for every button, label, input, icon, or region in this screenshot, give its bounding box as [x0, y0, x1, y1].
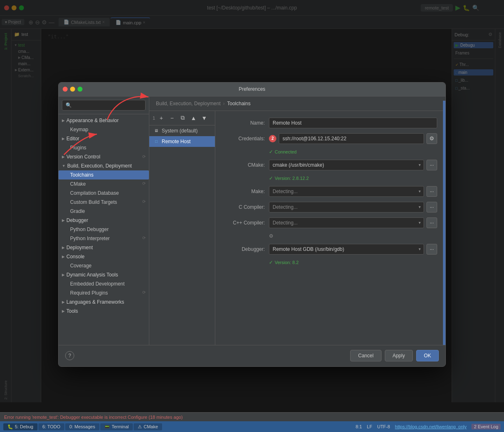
debugger-version-status: ✓ Version: 8.2 — [224, 260, 437, 265]
tree-python-debugger[interactable]: Python Debugger — [59, 225, 149, 234]
status-position: 8:1 — [356, 424, 362, 429]
tree-appearance[interactable]: ▶ Appearance & Behavior — [59, 116, 149, 125]
debugger-select[interactable]: Remote Host GDB (/usr/bin/gdb) — [269, 244, 424, 255]
deployment-arrow: ▶ — [62, 246, 65, 250]
cmake-version-icon: ✓ — [269, 175, 273, 181]
prefs-sidebar: ▶ Appearance & Behavior Keymap ▶ Editor … — [59, 97, 149, 345]
credentials-settings-btn[interactable]: ⚙ — [426, 133, 437, 144]
cpp-compiler-browse-btn[interactable]: ··· — [426, 217, 437, 228]
cpp-compiler-input-wrap: Detecting... ▾ ··· — [269, 217, 437, 228]
tree-version-control[interactable]: ▶ Version Control ⟳ — [59, 152, 149, 161]
debugger-browse-btn[interactable]: ··· — [426, 244, 437, 255]
editor-arrow: ▶ — [62, 137, 65, 141]
cpp-compiler-select[interactable]: Detecting... — [269, 217, 424, 228]
tree-toolchains[interactable]: Toolchains — [59, 170, 149, 179]
footer-buttons: Cancel Apply OK — [350, 350, 439, 361]
c-compiler-select[interactable]: Detecting... — [269, 202, 424, 212]
credentials-badge: 2 — [269, 135, 276, 142]
status-bar-right: 8:1 LF UTF-8 https://blog.csdn.net/liwen… — [356, 424, 501, 430]
remote-icon: □ — [153, 139, 159, 144]
custom-build-resync: ⟳ — [142, 199, 146, 204]
form-row-c-compiler: C Compiler: Detecting... ▾ ··· — [224, 202, 437, 212]
make-browse-btn[interactable]: ··· — [426, 186, 437, 197]
python-interp-resync: ⟳ — [142, 236, 146, 240]
cpp-compiler-label: C++ Compiler: — [224, 220, 265, 226]
tc-up-button[interactable]: ▲ — [189, 113, 198, 123]
tc-copy-button[interactable]: ⧉ — [178, 113, 187, 123]
c-compiler-input-wrap: Detecting... ▾ ··· — [269, 202, 437, 212]
debugger-version-icon: ✓ — [269, 260, 273, 265]
make-input-wrap: Detecting... ▾ ··· — [269, 186, 437, 197]
form-row-name: Name: — [224, 118, 437, 128]
toolchain-column: 1 + − ⧉ ▲ ▼ 🖥 System — [149, 111, 215, 345]
help-button[interactable]: ? — [65, 351, 74, 360]
tree-required-plugins[interactable]: Required Plugins ⟳ — [59, 288, 149, 297]
tree-coverage[interactable]: Coverage — [59, 261, 149, 270]
toolchain-toolbar: 1 + − ⧉ ▲ ▼ — [149, 111, 215, 125]
cmake-select[interactable]: cmake (/usr/bin/cmake) — [269, 160, 424, 170]
form-row-make: Make: Detecting... ▾ ··· — [224, 186, 437, 197]
breadcrumb-current: Toolchains — [227, 101, 251, 106]
tree-plugins[interactable]: Plugins — [59, 143, 149, 152]
c-compiler-browse-btn[interactable]: ··· — [426, 202, 437, 212]
tree-compilation-db[interactable]: Compilation Database — [59, 189, 149, 198]
credentials-input[interactable] — [279, 133, 424, 144]
debug-tab-icon: 🐛 — [7, 424, 13, 430]
prefs-content: Build, Execution, Deployment › Toolchain… — [149, 97, 445, 345]
tree-deployment[interactable]: ▶ Deployment — [59, 243, 149, 252]
make-select[interactable]: Detecting... — [269, 186, 424, 197]
tc-item-system[interactable]: 🖥 System (default) — [149, 125, 215, 136]
status-tab-cmake[interactable]: ⚠ CMake — [134, 423, 162, 430]
tree-console[interactable]: ▶ Console — [59, 252, 149, 261]
tree-cmake[interactable]: CMake ⟳ — [59, 179, 149, 189]
cmake-browse-btn[interactable]: ··· — [426, 160, 437, 170]
status-tab-debug[interactable]: 🐛 5: Debug — [3, 423, 38, 430]
cpp-compiler-select-wrap: Detecting... ▾ — [269, 217, 424, 228]
tree-python-interpreter[interactable]: Python Interpreter ⟳ — [59, 234, 149, 243]
status-tab-terminal[interactable]: 📟 Terminal — [100, 423, 133, 430]
tree-dynamic-analysis[interactable]: ▶ Dynamic Analysis Tools — [59, 270, 149, 279]
tc-down-button[interactable]: ▼ — [200, 113, 209, 123]
tree-gradle[interactable]: Gradle — [59, 207, 149, 216]
dialog-close[interactable] — [63, 87, 68, 92]
error-bar: Error running 'remote_test': Debugger ex… — [0, 412, 504, 421]
tree-debugger[interactable]: ▶ Debugger — [59, 216, 149, 225]
status-url[interactable]: https://blog.csdn.net/liwenlang_only — [395, 424, 467, 429]
connected-icon: ✓ — [269, 149, 273, 155]
debugger-label: Debugger: — [224, 246, 265, 252]
tree-keymap[interactable]: Keymap — [59, 125, 149, 134]
tree-build-exec[interactable]: ▼ Build, Execution, Deployment — [59, 161, 149, 170]
connected-status: ✓ Connected — [224, 149, 437, 155]
dialog-min[interactable] — [70, 87, 75, 92]
terminal-tab-icon: 📟 — [104, 424, 110, 430]
tc-remove-button[interactable]: − — [167, 113, 177, 123]
tree-embedded[interactable]: Embedded Development — [59, 279, 149, 288]
cancel-button[interactable]: Cancel — [350, 350, 381, 361]
required-plugins-resync: ⟳ — [142, 290, 146, 295]
tc-label-number: 1 — [153, 116, 155, 120]
debugger-select-wrap: Remote Host GDB (/usr/bin/gdb) ▾ — [269, 244, 424, 255]
dialog-max[interactable] — [78, 87, 82, 92]
status-event-log[interactable]: 2 Event Log — [471, 424, 501, 430]
cmake-tab-icon: ⚠ — [138, 424, 142, 430]
status-tab-messages[interactable]: 0: Messages — [65, 423, 99, 430]
ok-button[interactable]: OK — [416, 350, 439, 361]
tree-languages[interactable]: ▶ Languages & Frameworks — [59, 297, 149, 307]
connected-text: Connected — [275, 149, 297, 154]
tree-custom-build[interactable]: Custom Build Targets ⟳ — [59, 198, 149, 207]
form-row-credentials: Credentials: 2 ⚙ — [224, 133, 437, 144]
tc-item-remote[interactable]: □ Remote Host — [149, 136, 215, 147]
toolchain-list: 🖥 System (default) □ Remote Host — [149, 125, 215, 345]
tree-editor[interactable]: ▶ Editor — [59, 134, 149, 143]
scroll-indicator — [443, 101, 445, 345]
name-input[interactable] — [269, 118, 437, 128]
prefs-search-input[interactable] — [62, 100, 146, 111]
tree-tools[interactable]: ▶ Tools — [59, 307, 149, 316]
dialog-footer: ? Cancel Apply OK — [59, 345, 445, 366]
status-tab-todo[interactable]: 6: TODO — [38, 423, 65, 430]
toolchain-form: Name: Credentials: 2 — [215, 111, 445, 345]
status-bar-tabs: 🐛 5: Debug 6: TODO 0: Messages 📟 Termina… — [3, 423, 162, 430]
tc-add-button[interactable]: + — [157, 113, 166, 123]
spinner-icon: ⚙ — [269, 233, 273, 239]
apply-button[interactable]: Apply — [385, 350, 413, 361]
